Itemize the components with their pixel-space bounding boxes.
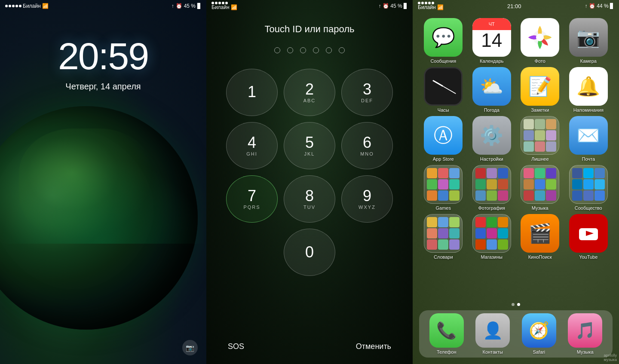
- app-mail[interactable]: ✉️ Почта: [564, 116, 613, 162]
- social-mini-2: [583, 168, 594, 178]
- carrier-name: Билайн: [23, 3, 41, 9]
- dict-mini-9: [449, 239, 460, 250]
- numpad-8-button[interactable]: 8 TUV: [284, 175, 335, 223]
- dict-mini-5: [438, 228, 448, 239]
- messages-symbol: 💬: [432, 26, 455, 49]
- svg-point-1: [536, 34, 544, 41]
- musicapp-symbol: 🎵: [575, 321, 595, 340]
- app-dict-folder[interactable]: Словари: [419, 214, 468, 260]
- numpad-1-button[interactable]: 1: [226, 69, 278, 116]
- app-kinopoisk[interactable]: 🎬 КиноПоиск: [516, 214, 564, 260]
- app-shops-folder[interactable]: Магазины: [468, 214, 516, 260]
- numpad-4-label: 4: [248, 135, 256, 150]
- games-mini-2: [438, 168, 448, 178]
- calendar-day-name: ЧТ: [472, 18, 511, 30]
- dict-mini-2: [438, 217, 448, 227]
- contacts-label: Контакты: [482, 349, 503, 355]
- wifi-icon: 📶: [231, 4, 237, 10]
- phone-icon: 📞: [429, 313, 464, 348]
- passcode-dot-4: [313, 47, 319, 53]
- app-clock[interactable]: Часы: [419, 67, 468, 113]
- lock-screen-panel: Билайн 📶 ↑ ⏰ 45 % ▊ 20:59 Четверг, 14 ап…: [0, 0, 206, 364]
- lock-time: 20:59: [0, 34, 206, 78]
- games-mini-6: [449, 179, 460, 190]
- signal-dot-3: [12, 5, 15, 7]
- app-social-folder[interactable]: Сообщество: [564, 165, 613, 211]
- music-mini-7: [524, 190, 534, 201]
- app-music-folder[interactable]: Музыка: [516, 165, 564, 211]
- signal-dot-2: [9, 5, 11, 7]
- app-photo-folder[interactable]: Фотография: [468, 165, 516, 211]
- app-games-folder[interactable]: Games: [419, 165, 468, 211]
- page-indicator: [413, 303, 619, 306]
- app-calendar[interactable]: ЧТ 14 Календарь: [468, 18, 516, 64]
- wifi-icon: 📶: [42, 3, 49, 9]
- app-messages[interactable]: 💬 Сообщения: [419, 18, 468, 64]
- app-photos[interactable]: Фото: [516, 18, 564, 64]
- app-camera[interactable]: 📷 Камера: [564, 18, 613, 64]
- dock-music[interactable]: 🎵 Музыка: [568, 313, 602, 355]
- numpad-9-button[interactable]: 9 WXYZ: [341, 175, 393, 223]
- camera-shortcut-button[interactable]: 📷: [182, 340, 198, 355]
- mail-label: Почта: [582, 156, 595, 162]
- passcode-screen-panel: Билайн 📶 ↑ ⏰ 45 % ▊ Touch ID или пароль …: [206, 0, 413, 364]
- shops-mini-4: [475, 228, 486, 239]
- youtube-icon: [569, 214, 608, 253]
- sos-button[interactable]: SOS: [228, 342, 244, 351]
- app-notes[interactable]: 📝 Заметки: [516, 67, 564, 113]
- battery-icon: ▊: [197, 3, 201, 9]
- dict-mini-8: [438, 239, 448, 250]
- svg-text:Ⓐ: Ⓐ: [434, 125, 453, 146]
- app-weather[interactable]: ⛅ Погода: [468, 67, 516, 113]
- app-reminders[interactable]: 🔔 Напоминания: [564, 67, 613, 113]
- battery-icon: ▊: [610, 3, 614, 9]
- folder-mini-9: [546, 141, 556, 152]
- app-appstore[interactable]: Ⓐ App Store: [419, 116, 468, 162]
- numpad-2-sub: ABC: [303, 98, 316, 103]
- numpad: 1 2 ABC 3 DEF 4 GHI 5 JKL 6 MNO 7 PQRS 8: [226, 69, 393, 276]
- numpad-6-sub: MNO: [360, 151, 374, 156]
- numpad-7-button[interactable]: 7 PQRS: [226, 175, 278, 223]
- dock-safari[interactable]: 🧭 Safari: [522, 313, 556, 355]
- dock-contacts[interactable]: 👤 Контакты: [475, 313, 510, 355]
- social-mini-6: [594, 179, 605, 190]
- battery-level: 45 %: [390, 3, 402, 9]
- social-folder-icon: [569, 165, 608, 204]
- extra-folder-label: Лишнее: [531, 156, 549, 162]
- numpad-2-button[interactable]: 2 ABC: [284, 69, 335, 116]
- folder-mini-7: [524, 141, 534, 152]
- numpad-0-button[interactable]: 0: [284, 229, 335, 276]
- battery-level: 44 %: [597, 3, 608, 9]
- app-extra-folder[interactable]: Лишнее: [516, 116, 564, 162]
- cancel-button[interactable]: Отменить: [356, 342, 391, 351]
- numpad-0-label: 0: [305, 245, 314, 260]
- folder-mini-1: [524, 119, 534, 129]
- dock-phone[interactable]: 📞 Телефон: [429, 313, 464, 355]
- photo-mini-2: [487, 168, 497, 178]
- app-settings[interactable]: ⚙️ Настройки: [468, 116, 516, 162]
- clock-label: Часы: [438, 107, 449, 113]
- social-mini-9: [594, 190, 605, 201]
- youtube-svg: [576, 220, 601, 246]
- numpad-6-button[interactable]: 6 MNO: [341, 122, 393, 169]
- appstore-icon: Ⓐ: [424, 116, 463, 155]
- carrier-name: Билайн: [418, 4, 436, 10]
- photo-mini-5: [487, 179, 497, 190]
- numpad-5-button[interactable]: 5 JKL: [284, 122, 335, 169]
- wifi-icon: 📶: [437, 4, 444, 10]
- shops-mini-8: [487, 239, 497, 250]
- notes-symbol: 📝: [528, 75, 552, 98]
- location-icon: ↑: [379, 3, 381, 9]
- app-youtube[interactable]: YouTube: [564, 214, 613, 260]
- social-mini-1: [572, 168, 582, 178]
- mail-icon: ✉️: [569, 116, 608, 155]
- folder-mini-3: [546, 119, 556, 129]
- games-mini-4: [427, 179, 437, 190]
- numpad-3-button[interactable]: 3 DEF: [341, 69, 393, 116]
- status-right: ↑ ⏰ 45 % ▊: [379, 3, 408, 9]
- folder-mini-2: [535, 119, 545, 129]
- numpad-4-button[interactable]: 4 GHI: [226, 122, 278, 169]
- social-mini-7: [572, 190, 582, 201]
- numpad-7-sub: PQRS: [243, 205, 260, 210]
- kinopoisk-label: КиноПоиск: [528, 254, 552, 260]
